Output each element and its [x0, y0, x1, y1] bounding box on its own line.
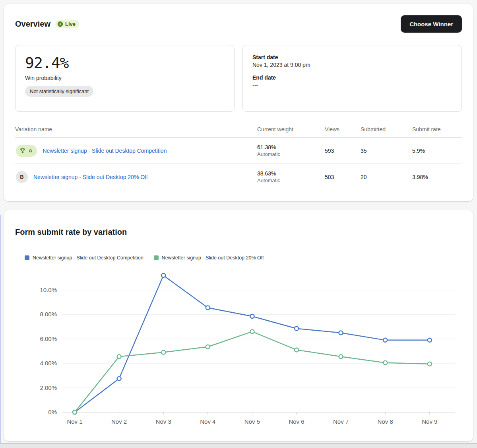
- variation-a-link[interactable]: Newsletter signup - Slide out Desktop Co…: [43, 148, 167, 154]
- views-value: 593: [325, 148, 361, 154]
- live-status-badge: Live: [55, 20, 80, 28]
- significance-badge: Not statistically significant: [25, 86, 93, 97]
- overview-title: Overview: [15, 19, 50, 29]
- chart-legend: Newsletter signup - Slide out Desktop Co…: [25, 255, 462, 261]
- chart-card: Form submit rate by variation Newsletter…: [4, 210, 473, 441]
- svg-text:0%: 0%: [48, 409, 57, 415]
- svg-text:2.00%: 2.00%: [40, 384, 57, 391]
- dates-box: Start date Nov 1, 2023 at 9:00 pm End da…: [242, 45, 462, 112]
- svg-text:Nov 6: Nov 6: [289, 418, 304, 425]
- current-weight-value: 61.38%: [257, 144, 325, 150]
- svg-text:Nov 4: Nov 4: [200, 418, 215, 425]
- svg-text:10.0%: 10.0%: [40, 286, 57, 293]
- variant-b-badge: B: [16, 171, 28, 183]
- views-value: 503: [325, 174, 361, 180]
- win-probability-value: 92.4%: [25, 54, 225, 72]
- overview-header: Overview Live Choose Winner: [15, 15, 462, 33]
- col-header-submit-rate: Submit rate: [412, 126, 462, 132]
- chart-title: Form submit rate by variation: [15, 228, 462, 237]
- submitted-value: 35: [361, 148, 412, 154]
- svg-text:6.00%: 6.00%: [40, 335, 57, 342]
- col-header-current-weight: Current weight: [257, 126, 325, 132]
- live-play-icon: [57, 21, 63, 27]
- svg-text:8.00%: 8.00%: [40, 311, 57, 317]
- weight-mode: Automatic: [257, 177, 325, 183]
- overview-card: Overview Live Choose Winner 92.4% Win pr…: [4, 4, 473, 201]
- table-header-row: Variation name Current weight Views Subm…: [15, 126, 462, 138]
- svg-text:Nov 2: Nov 2: [111, 418, 127, 425]
- win-probability-label: Win probability: [25, 75, 225, 81]
- legend-label: Newsletter signup - Slide out Desktop 20…: [162, 255, 264, 261]
- legend-swatch-green: [154, 255, 159, 260]
- legend-swatch-blue: [25, 255, 29, 260]
- svg-text:4.00%: 4.00%: [40, 360, 57, 366]
- table-row: A Newsletter signup - Slide out Desktop …: [15, 138, 462, 164]
- page-bottom-edge: [0, 443, 477, 448]
- svg-text:Nov 7: Nov 7: [333, 418, 349, 425]
- start-date-label: Start date: [252, 54, 452, 60]
- legend-item-variation-a: Newsletter signup - Slide out Desktop Co…: [25, 255, 143, 261]
- col-header-variation-name: Variation name: [15, 126, 257, 132]
- table-row: B Newsletter signup - Slide out Desktop …: [15, 164, 462, 190]
- svg-text:Nov 9: Nov 9: [422, 418, 437, 425]
- variant-a-winner-badge: A: [16, 145, 37, 157]
- end-date-value: ---: [252, 82, 452, 88]
- submit-rate-value: 3.98%: [412, 174, 462, 180]
- col-header-submitted: Submitted: [361, 126, 412, 132]
- svg-text:Nov 1: Nov 1: [67, 418, 82, 425]
- variant-letter: A: [29, 148, 32, 154]
- live-badge-label: Live: [65, 21, 76, 27]
- weight-mode: Automatic: [257, 151, 325, 157]
- submitted-value: 20: [361, 174, 412, 180]
- end-date-label: End date: [252, 74, 452, 81]
- submit-rate-line-chart: 0%2.00%4.00%6.00%8.00%10.0%Nov 1Nov 2Nov…: [15, 264, 462, 428]
- page-left-edge: [0, 215, 1, 448]
- svg-text:Nov 8: Nov 8: [378, 418, 393, 425]
- variations-table: Variation name Current weight Views Subm…: [15, 126, 462, 190]
- svg-text:Nov 5: Nov 5: [244, 418, 260, 425]
- svg-text:Nov 3: Nov 3: [156, 418, 171, 425]
- col-header-views: Views: [325, 126, 361, 132]
- win-probability-box: 92.4% Win probability Not statistically …: [15, 45, 235, 112]
- legend-label: Newsletter signup - Slide out Desktop Co…: [33, 255, 143, 261]
- variation-b-link[interactable]: Newsletter signup - Slide out Desktop 20…: [33, 174, 148, 180]
- choose-winner-button[interactable]: Choose Winner: [401, 15, 462, 33]
- current-weight-value: 38.63%: [257, 170, 325, 177]
- legend-item-variation-b: Newsletter signup - Slide out Desktop 20…: [154, 255, 264, 261]
- submit-rate-value: 5.9%: [412, 148, 462, 154]
- trophy-icon: [19, 147, 26, 154]
- start-date-value: Nov 1, 2023 at 9:00 pm: [252, 62, 452, 68]
